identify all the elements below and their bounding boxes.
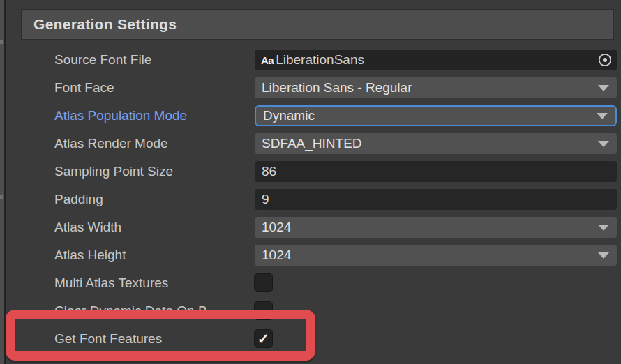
multi-atlas-textures-checkbox[interactable] — [254, 273, 273, 292]
get-font-features-checkbox[interactable]: ✓ — [254, 329, 273, 348]
row-atlas-width: Atlas Width 1024 — [0, 217, 621, 238]
checkmark-icon: ✓ — [257, 331, 270, 346]
atlas-height-value: 1024 — [255, 248, 291, 263]
chevron-down-icon — [598, 225, 609, 231]
font-asset-icon: Aa — [261, 54, 274, 66]
multi-atlas-textures-label: Multi Atlas Textures — [54, 273, 168, 294]
row-font-face: Font Face Liberation Sans - Regular — [0, 77, 621, 98]
inspector-panel: Generation Settings Source Font File Aa … — [0, 0, 621, 364]
atlas-height-dropdown[interactable]: 1024 — [255, 245, 617, 266]
row-get-font-features: Get Font Features ✓ — [0, 328, 621, 349]
atlas-width-label: Atlas Width — [54, 217, 121, 238]
font-face-dropdown[interactable]: Liberation Sans - Regular — [255, 77, 617, 98]
chevron-down-icon — [597, 113, 608, 119]
section-title: Generation Settings — [22, 16, 177, 33]
row-atlas-population-mode: Atlas Population Mode Dynamic — [0, 105, 621, 126]
atlas-render-mode-value: SDFAA_HINTED — [255, 136, 362, 151]
atlas-width-value: 1024 — [255, 220, 291, 235]
atlas-population-mode-label: Atlas Population Mode — [54, 105, 187, 126]
padding-label: Padding — [54, 189, 103, 210]
font-face-value: Liberation Sans - Regular — [255, 80, 412, 96]
chevron-down-icon — [598, 141, 609, 147]
sampling-point-size-input[interactable] — [255, 161, 617, 182]
atlas-width-dropdown[interactable]: 1024 — [255, 217, 617, 238]
row-source-font-file: Source Font File Aa LiberationSans — [0, 50, 621, 70]
atlas-population-mode-value: Dynamic — [256, 108, 315, 123]
sampling-point-size-label: Sampling Point Size — [54, 161, 173, 182]
source-font-file-object-field[interactable]: Aa LiberationSans — [255, 50, 617, 70]
source-font-file-label: Source Font File — [54, 50, 151, 70]
row-clear-dynamic-data: Clear Dynamic Data On B — [0, 301, 621, 321]
atlas-render-mode-dropdown[interactable]: SDFAA_HINTED — [255, 133, 617, 154]
clear-dynamic-data-checkbox[interactable] — [254, 301, 273, 320]
chevron-down-icon — [598, 252, 609, 259]
atlas-population-mode-dropdown[interactable]: Dynamic — [255, 105, 617, 126]
clear-dynamic-data-label: Clear Dynamic Data On B — [54, 301, 207, 321]
row-atlas-render-mode: Atlas Render Mode SDFAA_HINTED — [0, 133, 621, 154]
atlas-render-mode-label: Atlas Render Mode — [54, 133, 168, 154]
row-sampling-point-size: Sampling Point Size — [0, 161, 621, 182]
atlas-height-label: Atlas Height — [54, 245, 126, 266]
object-picker-icon[interactable] — [593, 50, 617, 70]
row-multi-atlas-textures: Multi Atlas Textures — [0, 273, 621, 294]
row-padding: Padding — [0, 189, 621, 210]
font-face-label: Font Face — [54, 77, 114, 98]
source-font-file-value: LiberationSans — [276, 52, 593, 68]
generation-settings-header: Generation Settings — [21, 9, 614, 40]
row-atlas-height: Atlas Height 1024 — [0, 245, 621, 266]
chevron-down-icon — [598, 85, 609, 91]
edge-tick — [0, 40, 3, 44]
padding-input[interactable] — [255, 189, 617, 210]
get-font-features-label: Get Font Features — [54, 328, 162, 349]
